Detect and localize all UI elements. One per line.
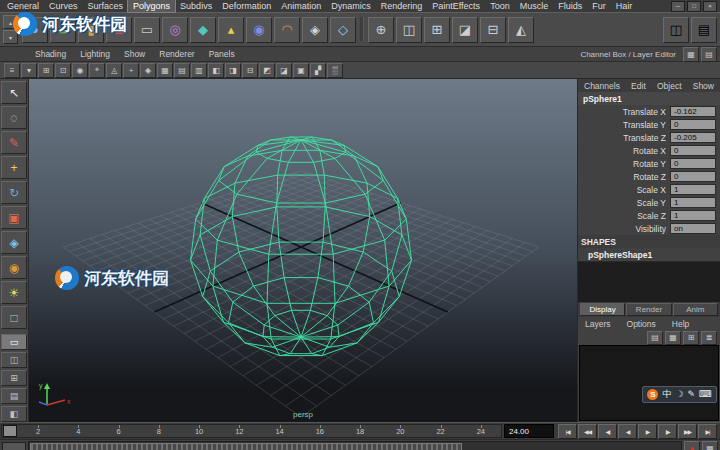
tab-render[interactable]: Render [626, 303, 671, 316]
step-forward-frame-button[interactable]: ▶▶ [678, 424, 697, 439]
menu-rendering[interactable]: Rendering [376, 0, 428, 12]
status-line-icon-0[interactable]: ≡ [4, 63, 20, 78]
status-line-icon-19[interactable]: ▒ [327, 63, 343, 78]
shape-node-name[interactable]: pSphereShape1 [578, 248, 720, 261]
shelf-tab-button-1[interactable]: ▾ [3, 30, 18, 44]
play-backwards-button[interactable]: ◀ [618, 424, 637, 439]
layer-list[interactable] [579, 345, 719, 421]
menu-fur[interactable]: Fur [587, 0, 611, 12]
channel-value-field[interactable]: 0 [670, 158, 716, 169]
status-line-icon-15[interactable]: ◩ [259, 63, 275, 78]
layer-menu-layers[interactable]: Layers [578, 319, 618, 329]
channel-value-field[interactable]: on [670, 223, 716, 234]
timeline-frame-2[interactable]: 2 [18, 425, 58, 437]
menu-deformation[interactable]: Deformation [217, 0, 276, 12]
layer-editor-icon-1[interactable]: ▦ [665, 331, 681, 345]
timeline-frame-10[interactable]: 10 [179, 425, 219, 437]
timeline-frame-14[interactable]: 14 [260, 425, 300, 437]
step-forward-key-button[interactable]: |▶ [658, 424, 677, 439]
shelf-icon-poly-split[interactable]: ◫ [396, 17, 422, 43]
ime-icon-0[interactable]: 中 [662, 389, 671, 400]
channel-value-field[interactable]: 1 [670, 197, 716, 208]
shelf-icon-poly-cone[interactable]: ▲ [106, 17, 132, 43]
menu-toon[interactable]: Toon [485, 0, 515, 12]
shelf-right-icon-1[interactable]: ▤ [691, 17, 717, 43]
channel-value-field[interactable]: 1 [670, 184, 716, 195]
timeline-ticks[interactable]: 24681012141618202224 [1, 424, 502, 438]
channelbox-menu-channels[interactable]: Channels [584, 81, 620, 91]
timeline-frame-4[interactable]: 4 [58, 425, 98, 437]
step-back-frame-button[interactable]: ◀◀ [578, 424, 597, 439]
menu-hair[interactable]: Hair [611, 0, 638, 12]
timeline-frame-18[interactable]: 18 [340, 425, 380, 437]
shelf-icon-poly-helix[interactable]: ◠ [274, 17, 300, 43]
minimize-button[interactable]: ─ [671, 1, 685, 12]
status-line-icon-1[interactable]: ▾ [21, 63, 37, 78]
selected-object-name[interactable]: pSphere1 [578, 92, 720, 105]
status-line-icon-13[interactable]: ◨ [225, 63, 241, 78]
ime-icon-2[interactable]: ✎ [687, 389, 695, 400]
channel-value-field[interactable]: -0.162 [670, 106, 716, 117]
timeline-frame-12[interactable]: 12 [219, 425, 259, 437]
close-button[interactable]: × [703, 1, 717, 12]
move-tool-icon[interactable]: + [1, 156, 27, 179]
menu-surfaces[interactable]: Surfaces [83, 0, 129, 12]
status-line-icon-6[interactable]: ◬ [106, 63, 122, 78]
channel-value-field[interactable]: 1 [670, 210, 716, 221]
channel-value-field[interactable]: 0 [670, 145, 716, 156]
channelbox-menu-object[interactable]: Object [657, 81, 682, 91]
go-to-end-button[interactable]: ▶| [698, 424, 717, 439]
layout-four-pane-button[interactable]: ⊞ [1, 370, 27, 386]
layer-editor-icon-3[interactable]: ≣ [701, 331, 717, 345]
tab-display[interactable]: Display [580, 303, 625, 316]
panel-menu-show[interactable]: Show [117, 49, 152, 59]
animation-preferences-button[interactable]: ▦ [702, 441, 718, 450]
status-line-icon-9[interactable]: ▦ [157, 63, 173, 78]
current-time-field[interactable]: 24.00 [504, 424, 554, 438]
panel-menu-panels[interactable]: Panels [202, 49, 242, 59]
status-line-icon-12[interactable]: ◧ [208, 63, 224, 78]
range-slider-handle[interactable] [30, 443, 462, 450]
sidebar-toggle-icon-0[interactable]: ▦ [683, 47, 699, 62]
layer-menu-help[interactable]: Help [665, 319, 696, 329]
channelbox-menu-show[interactable]: Show [693, 81, 714, 91]
status-line-icon-17[interactable]: ▣ [293, 63, 309, 78]
status-line-icon-16[interactable]: ◪ [276, 63, 292, 78]
viewport-scene[interactable] [29, 79, 577, 422]
shelf-icon-poly-prism[interactable]: ◆ [190, 17, 216, 43]
menu-subdivs[interactable]: Subdivs [175, 0, 217, 12]
shelf-icon-poly-platonic[interactable]: ◇ [330, 17, 356, 43]
channel-value-field[interactable]: 0 [670, 171, 716, 182]
menu-curves[interactable]: Curves [44, 0, 83, 12]
last-tool-tool-icon[interactable]: □ [1, 306, 27, 329]
maximize-button[interactable]: □ [687, 1, 701, 12]
shelf-icon-poly-combine[interactable]: ⊕ [368, 17, 394, 43]
layout-two-pane-side-button[interactable]: ◫ [1, 352, 27, 368]
timeline-frame-16[interactable]: 16 [300, 425, 340, 437]
panel-menu-renderer[interactable]: Renderer [152, 49, 201, 59]
status-line-icon-11[interactable]: ▥ [191, 63, 207, 78]
channelbox-menu-edit[interactable]: Edit [631, 81, 646, 91]
step-back-key-button[interactable]: ◀| [598, 424, 617, 439]
show-manipulator-tool-icon[interactable]: ☀ [1, 281, 27, 304]
shelf-icon-poly-pyramid[interactable]: ▴ [218, 17, 244, 43]
play-forwards-button[interactable]: ▶ [638, 424, 657, 439]
menu-animation[interactable]: Animation [276, 0, 326, 12]
channel-value-field[interactable]: -0.205 [670, 132, 716, 143]
status-line-icon-18[interactable]: ▞ [310, 63, 326, 78]
universal-manipulator-tool-icon[interactable]: ◈ [1, 231, 27, 254]
menu-muscle[interactable]: Muscle [515, 0, 554, 12]
menu-polygons[interactable]: Polygons [128, 0, 175, 12]
shelf-icon-poly-cylinder[interactable]: ▮ [78, 17, 104, 43]
status-line-icon-14[interactable]: ⊟ [242, 63, 258, 78]
ime-icon-1[interactable]: ☽ [675, 389, 683, 400]
layout-pane-outliner-button[interactable]: ◧ [1, 406, 27, 422]
layer-editor-icon-2[interactable]: ⊞ [683, 331, 699, 345]
perspective-viewport[interactable]: y x persp [29, 79, 577, 422]
range-slider-trough[interactable] [28, 441, 682, 450]
scale-tool-icon[interactable]: ▣ [1, 206, 27, 229]
layer-editor-icon-0[interactable]: ▤ [647, 331, 663, 345]
shelf-icon-poly-cube[interactable]: ■ [50, 17, 76, 43]
shelf-icon-poly-soccerball[interactable]: ◈ [302, 17, 328, 43]
ime-logo-icon[interactable]: S [647, 389, 658, 400]
